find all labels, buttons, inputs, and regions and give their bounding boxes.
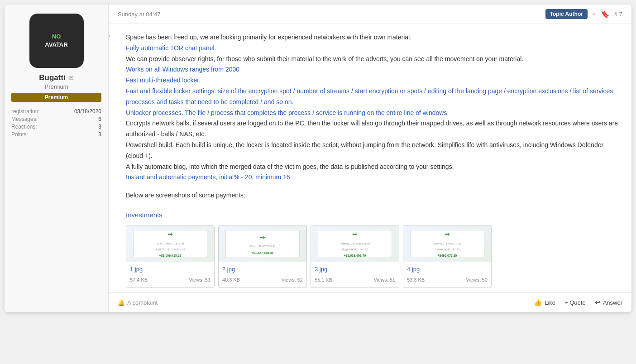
attachment-name[interactable]: 3.jpg xyxy=(315,264,395,274)
user-stats: registration: 03/18/2020 Messages: 6 Rea… xyxy=(11,108,101,139)
attachment-name[interactable]: 4.jpg xyxy=(407,264,488,274)
answer-icon: ↩ xyxy=(595,298,601,307)
attachment-thumb: ➡ 3L44VS... $496,573.29 2e5mz1YdP... $3.… xyxy=(403,225,491,262)
screenshots-intro: Below are screenshots of some payments: xyxy=(126,190,622,201)
attachment-card[interactable]: ➡ 38int... $1,457,666.31 +$1,457,666.31 … xyxy=(218,225,307,288)
post-header-right: Topic Author ⌖ 🔖 # 7 xyxy=(545,9,622,19)
attachment-info: 1.jpg 57.4 KB Views: 53 xyxy=(126,262,214,287)
attachment-name[interactable]: 2.jpg xyxy=(222,264,303,274)
line1-text: Space has been freed up, we are looking … xyxy=(126,34,411,41)
thumb-line1: 3L44VS... $496,573.29 xyxy=(433,241,461,246)
attachment-meta: 57.4 KB Views: 53 xyxy=(130,276,210,284)
messages-label: Messages: xyxy=(11,116,38,122)
post-header: Sunday at 04:47 Topic Author ⌖ 🔖 # 7 xyxy=(109,5,631,24)
thumb-arrow-icon: ➡ xyxy=(445,229,450,240)
content-line3: We can provide observer rights, for thos… xyxy=(126,54,622,65)
user-role: Premium xyxy=(44,83,68,90)
like-label: Like xyxy=(545,299,555,306)
thumb-line1: 3047GPBMG... $78.34 xyxy=(157,241,184,246)
post-body: ‹ Space has been freed up, we are lookin… xyxy=(109,24,631,292)
content-line8: Encrypts network balls, if several users… xyxy=(126,118,622,140)
reactions-value: 3 xyxy=(98,124,101,130)
attachment-name[interactable]: 1.jpg xyxy=(130,264,210,274)
avatar-label: AVATAR xyxy=(45,41,67,48)
author-sidebar: NO AVATAR Bugatti ✉ Premium Premium regi… xyxy=(5,5,109,312)
attachment-size: 55.1 KB xyxy=(315,276,332,284)
attachment-meta: 53.3 KB Views: 50 xyxy=(407,276,488,284)
message-icon[interactable]: ✉ xyxy=(68,74,74,81)
thumb-mock: ➡ 3L44VS... $496,573.29 2e5mz1YdP... $3.… xyxy=(403,225,491,262)
thumb-arrow-icon: ➡ xyxy=(167,229,173,240)
thumb-amount: +$1,457,666.31 xyxy=(252,250,274,256)
attachment-size: 40.8 KB xyxy=(222,276,240,284)
attachment-meta: 40.8 KB Views: 52 xyxy=(222,276,303,284)
messages-value: 6 xyxy=(98,116,101,122)
share-icon[interactable]: ⌖ xyxy=(592,10,596,18)
attachment-size: 57.4 KB xyxy=(130,276,148,284)
post-footer: 🔔 A complaint 👍 Like + Quote ↩ Answer xyxy=(109,292,631,312)
username: Bugatti xyxy=(39,73,66,82)
investments-title: Investments xyxy=(126,209,622,221)
quote-label: + Quote xyxy=(564,299,586,306)
thumb-arrow-icon: ➡ xyxy=(260,232,265,243)
thumb-amount: +$1,038,491.70 xyxy=(344,253,366,259)
points-value: 3 xyxy=(98,131,101,138)
attachment-card[interactable]: ➡ 3047GPBMG... $78.34 3J4T7Z... $1,506,4… xyxy=(126,225,215,288)
post-content: Space has been freed up, we are looking … xyxy=(117,24,631,292)
avatar: NO AVATAR xyxy=(29,14,84,68)
reactions-label: Reactions: xyxy=(11,124,37,130)
attachment-views: Views: 53 xyxy=(189,276,211,284)
username-row: Bugatti ✉ xyxy=(39,73,74,82)
premium-badge: Premium xyxy=(11,93,101,102)
messages-stat: Messages: 6 xyxy=(11,116,101,122)
attachment-meta: 55.1 KB Views: 51 xyxy=(315,276,395,284)
attachment-thumb: ➡ 39MNtZ... $1,038,491.10 3Dgjb7UK7K... … xyxy=(311,225,399,262)
attachment-card[interactable]: ➡ 3L44VS... $496,573.29 2e5mz1YdP... $3.… xyxy=(403,225,492,288)
content-line4: Works on all Windows ranges from 2000 xyxy=(126,64,622,75)
like-button[interactable]: 👍 Like xyxy=(534,298,555,307)
content-line5: Fast multi-threaded locker. xyxy=(126,75,622,86)
content-line11: Instant and automatic payments, initial%… xyxy=(126,172,622,183)
footer-actions: 👍 Like + Quote ↩ Answer xyxy=(534,298,622,307)
thumb-inner: ➡ 38int... $1,457,666.31 +$1,457,666.31 xyxy=(225,230,300,257)
points-stat: Points: 3 xyxy=(11,131,101,138)
post-container: NO AVATAR Bugatti ✉ Premium Premium regi… xyxy=(5,5,631,312)
complaint-label: A complaint xyxy=(127,299,158,306)
attachment-views: Views: 51 xyxy=(374,276,396,284)
answer-button[interactable]: ↩ Answer xyxy=(595,298,622,307)
topic-author-badge: Topic Author xyxy=(545,9,588,19)
thumb-line2: 3Dgjb7UK7K... $41.01 xyxy=(341,247,368,252)
bell-icon: 🔔 xyxy=(118,299,125,306)
content-line7: Unlocker processes. The file / process t… xyxy=(126,108,622,119)
thumb-inner: ➡ 3L44VS... $496,573.29 2e5mz1YdP... $3.… xyxy=(410,230,485,257)
content-line2: Fully automatic TOR chat panel. xyxy=(126,43,622,54)
thumb-amount: +$1,506,415.29 xyxy=(159,253,182,259)
points-label: Points: xyxy=(11,131,28,138)
thumb-line2: 3J4T7Z... $1,506,415.29 xyxy=(155,247,185,252)
post-number: # 7 xyxy=(614,11,622,18)
attachment-info: 4.jpg 53.3 KB Views: 50 xyxy=(403,262,491,287)
reactions-stat: Reactions: 3 xyxy=(11,124,101,130)
attachment-size: 53.3 KB xyxy=(407,276,425,284)
attachment-thumb: ➡ 38int... $1,457,666.31 +$1,457,666.31 xyxy=(219,225,306,262)
attachment-views: Views: 50 xyxy=(466,276,488,284)
quote-button[interactable]: + Quote xyxy=(564,299,586,306)
like-icon: 👍 xyxy=(534,298,542,307)
thumb-mock: ➡ 38int... $1,457,666.31 +$1,457,666.31 xyxy=(219,225,306,262)
registration-stat: registration: 03/18/2020 xyxy=(11,108,101,115)
thumb-mock: ➡ 3047GPBMG... $78.34 3J4T7Z... $1,506,4… xyxy=(126,225,214,262)
thumb-line1: 38int... $1,457,666.31 xyxy=(249,244,276,249)
attachment-thumb: ➡ 3047GPBMG... $78.34 3J4T7Z... $1,506,4… xyxy=(126,225,214,262)
attachments: ➡ 3047GPBMG... $78.34 3J4T7Z... $1,506,4… xyxy=(126,225,622,288)
attachment-card[interactable]: ➡ 39MNtZ... $1,038,491.10 3Dgjb7UK7K... … xyxy=(311,225,399,288)
collapse-arrow[interactable]: ‹ xyxy=(109,24,117,292)
complaint-button[interactable]: 🔔 A complaint xyxy=(118,299,158,306)
avatar-no: NO xyxy=(52,33,61,40)
content-line1: Space has been freed up, we are looking … xyxy=(126,32,622,43)
attachment-views: Views: 52 xyxy=(282,276,303,284)
bookmark-icon[interactable]: 🔖 xyxy=(601,10,610,19)
post-main: Sunday at 04:47 Topic Author ⌖ 🔖 # 7 ‹ S… xyxy=(109,5,631,312)
content-line9: Powershell build. Each build is unique, … xyxy=(126,140,622,162)
thumb-amount: +$496,073.29 xyxy=(437,253,457,259)
post-time: Sunday at 04:47 xyxy=(118,11,161,18)
